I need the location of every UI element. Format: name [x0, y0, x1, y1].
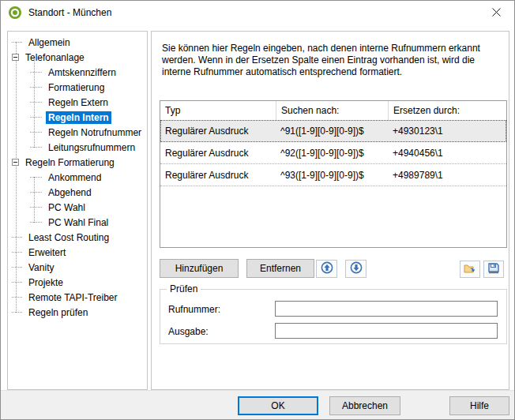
sidebar-item-label: Least Cost Routing [26, 231, 111, 244]
sidebar-item-ankommend[interactable]: Ankommend [8, 170, 147, 185]
tree-collapse-icon[interactable] [12, 159, 19, 166]
tree-connector [12, 42, 22, 43]
tree-connector [30, 192, 42, 193]
tree-connector [30, 102, 42, 103]
table-row[interactable]: Regulärer Ausdruck^93([1-9][0-9][0-9])$+… [160, 164, 506, 186]
cancel-button[interactable]: Abbrechen [329, 396, 400, 415]
sidebar-item-formatierung[interactable]: Formatierung [8, 80, 147, 95]
table-cell: ^91([1-9][0-9][0-9])$ [276, 126, 388, 137]
sidebar-item-label: Amtskennziffern [46, 66, 118, 79]
sidebar-item-label: Regeln prüfen [26, 306, 90, 319]
sidebar-item-regeln-extern[interactable]: Regeln Extern [8, 95, 147, 110]
description-text: Sie können hier Regeln eingeben, nach de… [162, 43, 500, 78]
app-icon [9, 6, 21, 19]
table-cell: Regulärer Ausdruck [160, 170, 276, 181]
check-group: Prüfen Rufnummer: Ausgabe: [160, 289, 507, 344]
tree-connector [30, 132, 42, 133]
sidebar-item-projekte[interactable]: Projekte [8, 275, 147, 290]
sidebar-item-label: Vanity [26, 261, 56, 274]
tree-connector [30, 177, 42, 178]
sidebar-item-regeln-formatierung[interactable]: Regeln Formatierung [8, 155, 147, 170]
table-header-cell[interactable]: Suchen nach: [276, 101, 388, 120]
sidebar-item-telefonanlage[interactable]: Telefonanlage [8, 50, 147, 65]
sidebar-item-label: Abgehend [46, 186, 94, 199]
sidebar-item-abgehend[interactable]: Abgehend [8, 185, 147, 200]
tree-connector [30, 72, 42, 73]
table-cell: +4940456\1 [388, 148, 506, 159]
table-cell: +4930123\1 [388, 126, 506, 137]
save-button[interactable] [483, 261, 504, 278]
move-down-button[interactable] [345, 260, 367, 278]
sidebar-item-label: PC Wahl [46, 201, 88, 214]
footer-bar: OK Abbrechen Hilfe [1, 390, 514, 419]
tree-connector [30, 117, 42, 118]
import-button[interactable] [460, 261, 480, 278]
ausgabe-input[interactable] [275, 323, 498, 339]
table-cell: Regulärer Ausdruck [160, 148, 276, 159]
save-icon [487, 262, 500, 277]
sidebar-item-label: Regeln Intern [46, 111, 111, 124]
sidebar-item-regeln-notrufnummer[interactable]: Regeln Notrufnummer [8, 125, 147, 140]
tree-connector [12, 312, 22, 313]
folder-import-icon [464, 262, 476, 277]
sidebar-item-label: Regeln Formatierung [23, 156, 117, 169]
sidebar-item-erweitert[interactable]: Erweitert [8, 245, 147, 260]
remove-button[interactable]: Entfernen [246, 259, 314, 278]
sidebar-item-label: Projekte [26, 276, 66, 289]
sidebar-item-remote-tapi-treiber[interactable]: Remote TAPI-Treiber [8, 290, 147, 305]
dialog-window: Standort - München AllgemeinTelefonanlag… [0, 0, 515, 420]
titlebar[interactable]: Standort - München [1, 1, 514, 24]
tree-connector [30, 87, 42, 88]
rufnummer-label: Rufnummer: [168, 304, 220, 315]
sidebar-item-label: Telefonanlage [23, 51, 87, 64]
sidebar-item-label: Leitungsrufnummern [46, 141, 137, 154]
tree-connector [12, 267, 22, 268]
sidebar-item-label: Allgemein [26, 36, 73, 49]
sidebar-item-label: Regeln Extern [46, 96, 111, 109]
arrow-down-circle-icon [350, 261, 363, 276]
add-button[interactable]: Hinzufügen [160, 259, 239, 278]
tree-connector [12, 297, 22, 298]
sidebar-item-regeln-pr-fen[interactable]: Regeln prüfen [8, 305, 147, 320]
sidebar-tree: AllgemeinTelefonanlageAmtskennziffernFor… [7, 31, 148, 390]
sidebar-item-label: Regeln Notrufnummer [46, 126, 144, 139]
tree-connector [30, 207, 42, 208]
sidebar-item-vanity[interactable]: Vanity [8, 260, 147, 275]
rules-table-body: Regulärer Ausdruck^91([1-9][0-9][0-9])$+… [160, 120, 506, 186]
ok-button[interactable]: OK [238, 396, 318, 415]
sidebar-item-label: Erweitert [26, 246, 68, 259]
sidebar-item-least-cost-routing[interactable]: Least Cost Routing [8, 230, 147, 245]
table-header-cell[interactable]: Ersetzen durch: [388, 101, 506, 120]
tree-connector [30, 147, 42, 148]
arrow-up-circle-icon [321, 261, 333, 276]
close-icon [492, 7, 501, 19]
rufnummer-input[interactable] [275, 301, 498, 317]
table-header: Typ Suchen nach: Ersetzen durch: [160, 101, 506, 120]
help-button[interactable]: Hilfe [449, 396, 509, 415]
ausgabe-label: Ausgabe: [168, 326, 209, 337]
table-row[interactable]: Regulärer Ausdruck^91([1-9][0-9][0-9])$+… [160, 120, 506, 142]
rules-table: Typ Suchen nach: Ersetzen durch: Regulär… [160, 100, 507, 248]
tree-connector [30, 222, 42, 223]
sidebar-item-amtskennziffern[interactable]: Amtskennziffern [8, 65, 147, 80]
window-title: Standort - München [28, 7, 111, 18]
table-row[interactable]: Regulärer Ausdruck^92([1-9][0-9][0-9])$+… [160, 142, 506, 164]
sidebar-item-pc-wahl-final[interactable]: PC Wahl Final [8, 215, 147, 230]
close-button[interactable] [479, 1, 514, 24]
table-header-cell[interactable]: Typ [160, 101, 276, 120]
sidebar-item-pc-wahl[interactable]: PC Wahl [8, 200, 147, 215]
sidebar-item-label: PC Wahl Final [46, 216, 111, 229]
sidebar-item-regeln-intern[interactable]: Regeln Intern [8, 110, 147, 125]
move-up-button[interactable] [316, 260, 337, 278]
tree-connector [12, 252, 22, 253]
sidebar-item-label: Remote TAPI-Treiber [26, 291, 119, 304]
tree-connector [12, 237, 22, 238]
sidebar-item-label: Ankommend [46, 171, 103, 184]
sidebar-item-leitungsrufnummern[interactable]: Leitungsrufnummern [8, 140, 147, 155]
table-cell: ^92([1-9][0-9][0-9])$ [276, 148, 388, 159]
sidebar-item-allgemein[interactable]: Allgemein [8, 35, 147, 50]
table-cell: Regulärer Ausdruck [160, 126, 276, 137]
table-cell: ^93([1-9][0-9][0-9])$ [276, 170, 388, 181]
tree-collapse-icon[interactable] [12, 54, 19, 61]
check-group-title: Prüfen [167, 283, 201, 294]
